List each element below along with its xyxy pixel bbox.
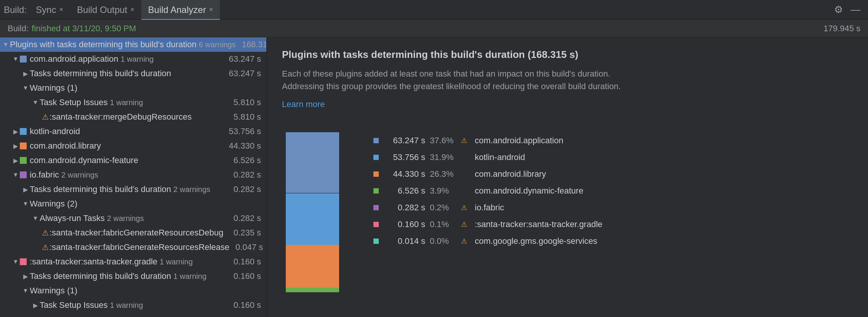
- legend-item-6: 0.014 s0.0%⚠com.google.gms.google-servic…: [373, 233, 602, 250]
- item-label: Warnings (1): [30, 83, 77, 93]
- legend-color-dot: [373, 222, 379, 227]
- plugin-color-box: [20, 157, 27, 164]
- bar-chart: [282, 132, 351, 295]
- legend-color-dot: [373, 205, 379, 210]
- tab-build-output-close[interactable]: ×: [130, 6, 135, 14]
- tree-item-warnings-3[interactable]: Warnings (1): [0, 283, 266, 298]
- svg-rect-1: [286, 193, 339, 245]
- warning-icon: ⚠: [461, 237, 470, 245]
- tree-item-tasks-2[interactable]: Tasks determining this build's duration2…: [0, 182, 266, 197]
- legend-color-dot: [373, 188, 379, 194]
- tab-bar-label: Build:: [4, 5, 27, 15]
- item-time: 63.247 s: [223, 54, 261, 64]
- gear-icon[interactable]: ⚙: [834, 4, 843, 16]
- plugin-color-box: [20, 258, 27, 265]
- item-time: 44.330 s: [223, 141, 261, 151]
- legend-color-dot: [373, 171, 379, 177]
- legend-time: 63.247 s: [383, 136, 425, 146]
- right-description: Each of these plugins added at least one…: [282, 67, 625, 93]
- tree-item-kotlin-android[interactable]: kotlin-android53.756 s: [0, 124, 266, 139]
- tree-item-com-android-library[interactable]: com.android.library44.330 s: [0, 139, 266, 153]
- tree-item-io-fabric[interactable]: io.fabric2 warnings0.282 s: [0, 168, 266, 182]
- item-time: 0.235 s: [227, 228, 261, 238]
- legend-pct: 37.6%: [430, 136, 456, 146]
- item-time: 0.160 s: [227, 257, 261, 267]
- build-info-duration: 179.945 s: [823, 24, 860, 34]
- legend-plugin-name: kotlin-android: [475, 152, 525, 162]
- item-time: 5.810 s: [227, 112, 261, 122]
- tab-build-output[interactable]: Build Output ×: [70, 0, 141, 20]
- tab-build-analyzer-close[interactable]: ×: [209, 6, 213, 14]
- tab-sync[interactable]: Sync ×: [29, 0, 70, 20]
- plugin-color-box: [20, 142, 27, 149]
- tab-sync-close[interactable]: ×: [59, 6, 63, 14]
- tree-item-task-setup-issues-2[interactable]: Task Setup Issues1 warning0.160 s: [0, 298, 266, 312]
- legend-pct: 31.9%: [430, 152, 456, 162]
- item-label: Warnings (2): [30, 199, 77, 209]
- chevron-down-icon: [11, 171, 20, 179]
- legend-item-1: 53.756 s31.9%kotlin-android: [373, 149, 602, 166]
- legend-color-dot: [373, 155, 379, 160]
- chevron-right-icon: [21, 69, 30, 78]
- tree-item-root[interactable]: Plugins with tasks determining this buil…: [0, 37, 266, 52]
- legend-item-3: 6.526 s3.9%com.android.dynamic-feature: [373, 183, 602, 199]
- item-time: 63.247 s: [223, 69, 261, 78]
- tab-build-output-label: Build Output: [77, 5, 127, 15]
- chevron-right-icon: [11, 142, 20, 150]
- chevron-down-icon: [11, 258, 20, 266]
- item-label: Tasks determining this build's duration: [30, 184, 171, 194]
- tree-item-tasks-1[interactable]: Tasks determining this build's duration6…: [0, 66, 266, 81]
- chevron-down-icon: [21, 84, 30, 92]
- chevron-down-icon: [21, 287, 30, 295]
- tab-build-analyzer[interactable]: Build Analyzer ×: [141, 0, 220, 20]
- warning-icon: ⚠: [41, 229, 50, 237]
- item-label: com.android.library: [30, 141, 101, 151]
- item-time: 0.282 s: [227, 213, 261, 223]
- tree-item-com-android-dynamic-feature[interactable]: com.android.dynamic-feature6.526 s: [0, 153, 266, 168]
- chevron-right-icon: [21, 185, 30, 194]
- item-time: 0.047 s: [229, 242, 263, 252]
- item-label: com.android.dynamic-feature: [30, 155, 138, 165]
- build-info-bar: Build: finished at 3/11/20, 9:50 PM 179.…: [0, 20, 868, 37]
- build-info-value: finished at 3/11/20, 9:50 PM: [32, 24, 136, 34]
- legend-item-4: 0.282 s0.2%⚠io.fabric: [373, 199, 602, 216]
- legend-item-0: 63.247 s37.6%⚠com.android.application: [373, 132, 602, 149]
- minimize-icon[interactable]: —: [850, 4, 860, 16]
- item-time: 168.315 s: [235, 40, 267, 50]
- item-label: Plugins with tasks determining this buil…: [10, 40, 197, 50]
- item-time: 0.160 s: [227, 271, 261, 281]
- legend-plugin-name: com.android.application: [475, 136, 563, 146]
- legend-time: 44.330 s: [383, 169, 425, 179]
- legend-plugin-name: io.fabric: [475, 203, 504, 213]
- tree-item-tasks-3[interactable]: Tasks determining this build's duration1…: [0, 269, 266, 283]
- plugin-color-box: [20, 171, 27, 178]
- chevron-down-icon: [31, 214, 40, 223]
- warning-icon: ⚠: [461, 136, 470, 145]
- legend-pct: 0.2%: [430, 203, 456, 213]
- plugin-color-box: [20, 56, 27, 62]
- tree-item-warnings-2[interactable]: Warnings (2): [0, 197, 266, 211]
- item-time: 0.160 s: [227, 300, 261, 310]
- learn-more-link[interactable]: Learn more: [282, 99, 325, 109]
- item-label: kotlin-android: [30, 126, 80, 136]
- tree-item-santa-tracker-gradle[interactable]: :santa-tracker:santa-tracker.gradle1 war…: [0, 255, 266, 269]
- item-label: Task Setup Issues: [40, 98, 108, 107]
- tree-item-warnings-1[interactable]: Warnings (1): [0, 81, 266, 95]
- item-warning-text: 2 warnings: [61, 171, 98, 179]
- chevron-down-icon: [21, 200, 30, 208]
- tab-bar: Build: Sync × Build Output × Build Analy…: [0, 0, 868, 20]
- tree-item-task-setup-issues[interactable]: Task Setup Issues1 warning5.810 s: [0, 95, 266, 110]
- tree-item-fabricGenRelease[interactable]: ⚠:santa-tracker:fabricGenerateResourcesR…: [0, 240, 266, 255]
- item-label: :santa-tracker:santa-tracker.gradle: [30, 257, 157, 267]
- tree-item-santa-merge[interactable]: ⚠:santa-tracker:mergeDebugResources5.810…: [0, 110, 266, 124]
- tree-item-com-android-application[interactable]: com.android.application1 warning63.247 s: [0, 52, 266, 66]
- item-warning-text: 2 warnings: [107, 214, 144, 223]
- right-title: Plugins with tasks determining this buil…: [282, 49, 853, 61]
- legend-time: 6.526 s: [383, 186, 425, 196]
- chevron-right-icon: [11, 127, 20, 136]
- item-label: Always-run Tasks: [40, 213, 105, 223]
- tree-item-fabricGenDebug[interactable]: ⚠:santa-tracker:fabricGenerateResourcesD…: [0, 226, 266, 240]
- chevron-right-icon: [21, 272, 30, 280]
- item-label: Warnings (1): [30, 286, 77, 296]
- tree-item-always-run-tasks[interactable]: Always-run Tasks2 warnings0.282 s: [0, 211, 266, 226]
